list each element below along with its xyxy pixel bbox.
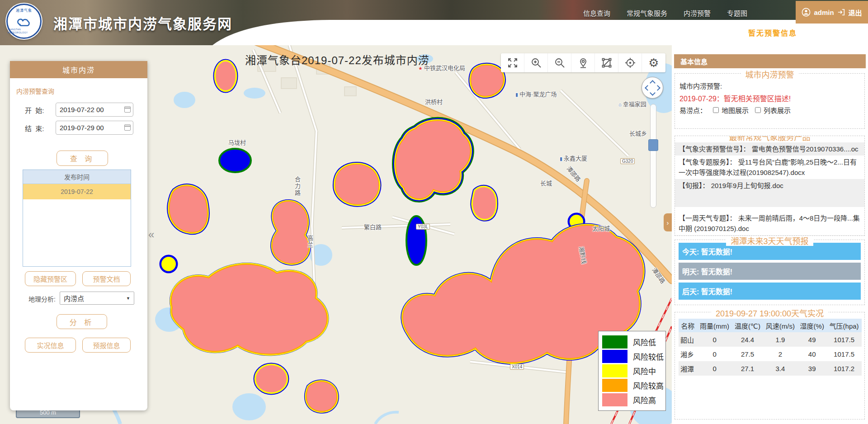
analyze-button[interactable]: 分 析 (57, 314, 107, 329)
cell: 1017.5 (826, 347, 862, 361)
user-icon (802, 8, 811, 17)
map-toolbar: ⚙ (501, 53, 665, 72)
col-rain: 雨量(mm) (697, 319, 732, 332)
legend-swatch-high (602, 393, 627, 406)
sidebar-panel: 城市内涝 内涝预警查询 开 始: 结 束: 查 询 发布时间 2019-07-2… (10, 61, 147, 410)
col-wind: 风速(m/s) (763, 319, 798, 332)
cell: 24.4 (732, 332, 763, 347)
risk-zone (170, 186, 207, 232)
calendar-icon[interactable] (124, 124, 131, 131)
forecast-tomorrow-bar: 明天: 暂无数据! (679, 263, 861, 280)
product-item[interactable]: 【一周逐日滚动预报】： 2019-06-18.doc (675, 235, 864, 236)
warning-description: 2019-07-29：暂无相关预警区描述! (679, 93, 791, 104)
nav-thematic-map[interactable]: 专题图 (727, 8, 747, 18)
legend-row: 风险低 (602, 335, 662, 349)
forecast-today-bar: 今天: 暂无数据! (679, 243, 861, 260)
query-button[interactable]: 查 询 (57, 151, 108, 166)
fullscreen-icon[interactable] (501, 53, 524, 72)
info-panel: 基本信息 城市内涝预警 城市内涝预警: 2019-07-29：暂无相关预警区描述… (672, 45, 868, 424)
geo-analysis-select[interactable]: 内涝点 ▼ (60, 292, 134, 305)
warning-section: 城市内涝预警 城市内涝预警: 2019-07-29：暂无相关预警区描述! 易涝点… (675, 73, 865, 129)
map-legend: 风险低 风险较低 风险中 风险较高 风险高 (598, 331, 666, 411)
table-row: 韶山 0 24.4 1.9 49 1017.5 (679, 332, 862, 347)
select-arrow-icon: ▼ (126, 296, 130, 301)
forecast-info-button[interactable]: 预报信息 (82, 338, 131, 353)
target-icon[interactable] (618, 53, 642, 72)
product-item[interactable]: 【气象专题服务】： 受11号台风“白鹿”影响,25日晚～2...日有一次中等强度… (675, 155, 864, 179)
cell: 韶山 (679, 332, 697, 347)
zoom-in-icon[interactable] (524, 53, 548, 72)
pan-left-icon[interactable] (645, 85, 651, 91)
products-section: 最新常规气象服务产品 【气象灾害预警信号】： 雷电黄色预警信号201907033… (675, 136, 865, 236)
hide-warning-zone-button[interactable]: 隐藏预警区 (25, 271, 76, 286)
cell: 27.1 (732, 361, 763, 376)
cell: 2 (763, 347, 798, 361)
col-name: 名称 (679, 319, 697, 332)
risk-zone (335, 165, 378, 204)
nav-waterlogging-warning[interactable]: 内涝预警 (684, 8, 711, 18)
cell: 1017.5 (826, 332, 862, 347)
geo-analysis-value: 内涝点 (64, 293, 84, 303)
pan-down-icon[interactable] (650, 90, 656, 96)
risk-zones (161, 61, 643, 411)
live-weather-title: 2019-09-27 19:00:00天气实况 (711, 309, 828, 318)
calendar-icon[interactable] (124, 106, 131, 113)
forecast-day-after-bar: 后天: 暂无数据! (679, 283, 861, 300)
sidebar-collapse-chevron[interactable]: « (148, 228, 154, 241)
info-panel-collapse-tab[interactable]: › (664, 213, 672, 231)
info-panel-title: 基本信息 (674, 54, 866, 68)
forecast-section: 湘潭未来3天天气预报 今天: 暂无数据! 明天: 暂无数据! 后天: 暂无数据! (675, 240, 865, 305)
query-section-label: 内涝预警查询 (16, 86, 54, 95)
zoom-out-icon[interactable] (548, 53, 571, 72)
map-zoom-slider[interactable] (650, 104, 656, 208)
username: admin (814, 9, 834, 16)
logout-button[interactable]: 退出 (849, 8, 862, 17)
nav-info-query[interactable]: 信息查询 (583, 8, 610, 18)
pan-right-icon[interactable] (655, 85, 660, 91)
settings-gear-icon[interactable]: ⚙ (642, 53, 665, 72)
map-pan-control[interactable] (642, 77, 663, 99)
live-info-button[interactable]: 实况信息 (25, 338, 76, 353)
site-title: 湘潭市城市内涝气象服务网 (53, 13, 232, 33)
cell: 0 (697, 332, 732, 347)
map-display-label[interactable]: 地图展示 (722, 105, 749, 115)
pan-up-icon[interactable] (650, 80, 656, 86)
legend-swatch-low (602, 335, 627, 349)
list-display-label[interactable]: 列表展示 (764, 105, 791, 115)
col-humidity: 湿度(%) (797, 319, 826, 332)
risk-zone (396, 121, 470, 198)
map-display-checkbox[interactable] (713, 107, 719, 113)
product-item[interactable]: 【一周天气专题】： 未来一周前晴后雨，4～8日为一段降...集中期 (20190… (675, 212, 864, 235)
warning-section-title: 城市内涝预警 (741, 71, 799, 80)
products-section-title: 最新常规气象服务产品 (725, 136, 815, 142)
start-date-input[interactable] (56, 103, 133, 117)
cell: 1.9 (763, 332, 798, 347)
cell: 0 (697, 361, 732, 376)
legend-label: 风险较高 (633, 380, 664, 391)
legend-label: 风险低 (633, 336, 656, 348)
map-zoom-slider-handle[interactable] (648, 139, 658, 151)
cell: 湘乡 (679, 347, 697, 361)
publish-time-table: 发布时间 2019-07-22 (23, 170, 131, 267)
product-item[interactable]: 【气象灾害预警信号】： 雷电黄色预警信号2019070336....oc (675, 142, 864, 155)
nav-regular-weather-service[interactable]: 常规气象服务 (627, 8, 667, 18)
warning-document-button[interactable]: 预警文档 (82, 271, 131, 286)
product-item[interactable]: 【旬报】： 2019年9月上旬旬报.doc (675, 179, 864, 207)
publish-time-header: 发布时间 (23, 170, 131, 184)
end-date-input[interactable] (56, 121, 133, 135)
risk-zone (473, 187, 496, 219)
start-date-label: 开 始: (25, 105, 44, 115)
legend-row: 风险较高 (602, 379, 662, 392)
legend-row: 风险中 (602, 364, 662, 377)
publish-time-row-selected[interactable]: 2019-07-22 (23, 184, 131, 199)
logo-arc-text: XIANGTAN METEOROLOGY (8, 28, 40, 34)
risk-zone (256, 365, 287, 392)
list-display-checkbox[interactable] (755, 107, 761, 113)
locate-icon[interactable] (571, 53, 595, 72)
logout-icon (837, 8, 845, 16)
logo-cloud-icon (15, 13, 33, 28)
polygon-select-icon[interactable] (595, 53, 618, 72)
app-root: 湘潭气象 XIANGTAN METEOROLOGY 湘潭市城市内涝气象服务网 信… (0, 0, 868, 424)
risk-zone (471, 66, 503, 96)
legend-label: 风险中 (633, 365, 656, 377)
